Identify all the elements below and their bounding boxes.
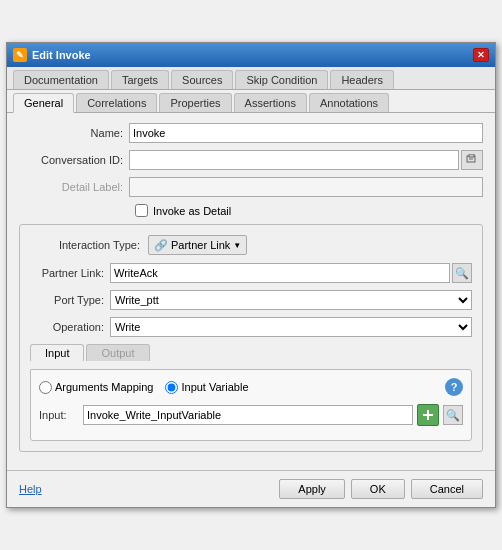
bottom-bar: Help Apply OK Cancel — [7, 470, 495, 507]
arguments-mapping-radio[interactable] — [39, 381, 52, 394]
input-variable-radio[interactable] — [165, 381, 178, 394]
input-var-search-icon: 🔍 — [446, 409, 460, 422]
port-type-label: Port Type: — [30, 294, 110, 306]
radio-row: Arguments Mapping Input Variable ? — [39, 378, 463, 396]
conv-id-browse-button[interactable] — [461, 150, 483, 170]
browse-icon — [466, 154, 478, 166]
invoke-as-detail-label: Invoke as Detail — [153, 205, 231, 217]
partner-link-row: Partner Link: 🔍 — [30, 263, 472, 283]
tab-targets[interactable]: Targets — [111, 70, 169, 89]
input-variable-text: Input Variable — [181, 381, 248, 393]
window-title: Edit Invoke — [32, 49, 91, 61]
tab-assertions[interactable]: Assertions — [234, 93, 307, 112]
partner-link-search-button[interactable]: 🔍 — [452, 263, 472, 283]
name-row: Name: — [19, 123, 483, 143]
conv-id-input-wrap — [129, 150, 483, 170]
svg-rect-4 — [423, 414, 433, 416]
cancel-button[interactable]: Cancel — [411, 479, 483, 499]
conv-id-row: Conversation ID: — [19, 150, 483, 170]
port-type-wrap: Write_ptt — [110, 290, 472, 310]
top-tab-bar: Documentation Targets Sources Skip Condi… — [7, 67, 495, 90]
help-icon-text: ? — [451, 381, 458, 393]
detail-input — [129, 177, 483, 197]
operation-wrap: Write — [110, 317, 472, 337]
interaction-group: Interaction Type: 🔗 Partner Link ▼ Partn… — [19, 224, 483, 452]
svg-rect-1 — [469, 154, 474, 157]
input-var-input[interactable] — [83, 405, 413, 425]
tab-general[interactable]: General — [13, 93, 74, 113]
partner-link-wrap: 🔍 — [110, 263, 472, 283]
input-variable-label[interactable]: Input Variable — [165, 381, 248, 394]
io-tab-input[interactable]: Input — [30, 344, 84, 361]
apply-button[interactable]: Apply — [279, 479, 345, 499]
partner-link-input[interactable] — [110, 263, 450, 283]
operation-select[interactable]: Write — [110, 317, 472, 337]
name-label: Name: — [19, 127, 129, 139]
input-var-label: Input: — [39, 409, 79, 421]
tab-annotations[interactable]: Annotations — [309, 93, 389, 112]
interaction-type-value: Partner Link — [171, 239, 230, 251]
interaction-type-dropdown[interactable]: 🔗 Partner Link ▼ — [148, 235, 247, 255]
detail-label: Detail Label: — [19, 181, 129, 193]
arguments-mapping-text: Arguments Mapping — [55, 381, 153, 393]
invoke-as-detail-row: Invoke as Detail — [19, 204, 483, 217]
ok-button[interactable]: OK — [351, 479, 405, 499]
conv-id-label: Conversation ID: — [19, 154, 129, 166]
arguments-mapping-label[interactable]: Arguments Mapping — [39, 381, 153, 394]
title-controls: ✕ — [473, 48, 489, 62]
conv-id-input[interactable] — [129, 150, 459, 170]
partner-link-label: Partner Link: — [30, 267, 110, 279]
port-type-row: Port Type: Write_ptt — [30, 290, 472, 310]
operation-row: Operation: Write — [30, 317, 472, 337]
partner-link-icon: 🔗 — [154, 239, 168, 252]
tab-skip-condition[interactable]: Skip Condition — [235, 70, 328, 89]
interaction-type-label: Interaction Type: — [30, 239, 140, 251]
operation-label: Operation: — [30, 321, 110, 333]
io-tab-content: Arguments Mapping Input Variable ? Input… — [30, 369, 472, 441]
tab-sources[interactable]: Sources — [171, 70, 233, 89]
content-area: Name: Conversation ID: Detail Label: — [7, 113, 495, 470]
action-buttons: Apply OK Cancel — [279, 479, 483, 499]
detail-label-row: Detail Label: — [19, 177, 483, 197]
interaction-type-row: Interaction Type: 🔗 Partner Link ▼ — [30, 235, 472, 255]
help-button[interactable]: Help — [19, 483, 42, 495]
name-input[interactable] — [129, 123, 483, 143]
tab-headers[interactable]: Headers — [330, 70, 394, 89]
tab-properties[interactable]: Properties — [159, 93, 231, 112]
edit-invoke-window: ✎ Edit Invoke ✕ Documentation Targets So… — [6, 42, 496, 508]
help-icon-button[interactable]: ? — [445, 378, 463, 396]
interaction-type-arrow-icon: ▼ — [233, 241, 241, 250]
io-tab-output[interactable]: Output — [86, 344, 149, 361]
tab-correlations[interactable]: Correlations — [76, 93, 157, 112]
window-icon: ✎ — [13, 48, 27, 62]
close-button[interactable]: ✕ — [473, 48, 489, 62]
title-bar: ✎ Edit Invoke ✕ — [7, 43, 495, 67]
io-tabs: Input Output — [30, 344, 472, 361]
input-var-search-button[interactable]: 🔍 — [443, 405, 463, 425]
invoke-as-detail-checkbox[interactable] — [135, 204, 148, 217]
tab-documentation[interactable]: Documentation — [13, 70, 109, 89]
partner-link-search-icon: 🔍 — [455, 267, 469, 280]
second-tab-bar: General Correlations Properties Assertio… — [7, 90, 495, 113]
input-var-row: Input: 🔍 — [39, 404, 463, 426]
add-variable-button[interactable] — [417, 404, 439, 426]
port-type-select[interactable]: Write_ptt — [110, 290, 472, 310]
title-bar-left: ✎ Edit Invoke — [13, 48, 91, 62]
add-icon — [422, 409, 434, 421]
